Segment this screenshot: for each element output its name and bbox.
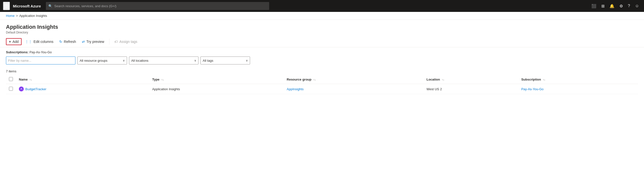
- help-icon: ?: [628, 4, 630, 8]
- settings-button[interactable]: ⚙: [618, 2, 625, 10]
- edit-columns-button[interactable]: ⋮⋮ Edit columns: [22, 38, 56, 45]
- topbar-icons: ⬛ ⊞ 🔔 ⚙ ? ☺: [590, 2, 641, 10]
- row-select-checkbox[interactable]: [9, 87, 13, 91]
- table-section: 7 items Name ↑↓ Type ↑↓ Resource group ↑…: [0, 67, 644, 94]
- subscription-sort-icon[interactable]: ↑↓: [543, 78, 545, 81]
- type-column-header[interactable]: Type ↑↓: [149, 75, 284, 84]
- assign-tags-button[interactable]: 🏷 Assign tags: [112, 38, 140, 45]
- page-subtitle: Default Directory: [6, 31, 638, 34]
- subscription-key: Subscriptions:: [6, 50, 28, 54]
- search-bar[interactable]: 🔍: [46, 2, 269, 10]
- table-header: Name ↑↓ Type ↑↓ Resource group ↑↓ Locati…: [6, 75, 638, 84]
- resource-name-container: BudgetTracker: [19, 87, 146, 91]
- cloud-shell-icon: ⬛: [592, 4, 596, 8]
- search-input[interactable]: [54, 4, 267, 8]
- cloud-shell-button[interactable]: ⬛: [590, 2, 598, 10]
- topbar: ☰ Microsoft Azure 🔍 ⬛ ⊞ 🔔 ⚙ ? ☺: [0, 0, 644, 12]
- add-button[interactable]: + Add: [6, 38, 22, 45]
- refresh-button[interactable]: ↻ Refresh: [57, 38, 78, 45]
- help-button[interactable]: ?: [626, 2, 632, 10]
- type-sort-icon[interactable]: ↑↓: [161, 78, 164, 81]
- resource-group-sort-icon[interactable]: ↑↓: [313, 78, 316, 81]
- portal-menu-icon: ⊞: [601, 4, 604, 8]
- locations-label: All locations: [131, 59, 148, 62]
- tags-label: All tags: [203, 59, 213, 62]
- refresh-icon: ↻: [59, 40, 62, 44]
- breadcrumb-current: Application Insights: [19, 14, 47, 17]
- tags-dropdown[interactable]: All tags ∨: [200, 56, 250, 64]
- assign-tags-icon: 🏷: [114, 40, 118, 44]
- select-all-header[interactable]: [6, 75, 16, 84]
- table-header-row: Name ↑↓ Type ↑↓ Resource group ↑↓ Locati…: [6, 75, 638, 84]
- add-icon: +: [9, 40, 11, 44]
- chevron-down-icon: ∨: [246, 59, 248, 62]
- resources-table: Name ↑↓ Type ↑↓ Resource group ↑↓ Locati…: [6, 75, 638, 94]
- refresh-label: Refresh: [64, 40, 76, 44]
- subscription-label: Subscriptions: Pay-As-You-Go: [6, 50, 638, 54]
- resource-groups-dropdown[interactable]: All resource groups ∨: [78, 56, 127, 64]
- filter-row: All resource groups ∨ All locations ∨ Al…: [6, 56, 638, 64]
- edit-columns-icon: ⋮⋮: [25, 40, 32, 44]
- locations-dropdown[interactable]: All locations ∨: [129, 56, 198, 64]
- notification-button[interactable]: 🔔: [608, 2, 616, 10]
- try-preview-label: Try preview: [86, 40, 104, 44]
- edit-columns-label: Edit columns: [34, 40, 53, 44]
- try-preview-button[interactable]: ⇄ Try preview: [80, 38, 107, 45]
- page-title: Application Insights: [6, 24, 638, 30]
- toolbar: + Add ⋮⋮ Edit columns ↻ Refresh ⇄ Try pr…: [0, 36, 644, 47]
- chevron-down-icon: ∨: [194, 59, 196, 62]
- account-icon: ☺: [635, 4, 639, 8]
- location-cell: West US 2: [424, 84, 518, 94]
- resource-groups-label: All resource groups: [80, 59, 108, 62]
- name-cell: BudgetTracker: [16, 84, 149, 94]
- select-all-checkbox[interactable]: [9, 77, 13, 81]
- breadcrumb-home[interactable]: Home: [6, 14, 15, 17]
- row-checkbox-cell[interactable]: [6, 84, 16, 94]
- type-cell: Application Insights: [149, 84, 284, 94]
- try-preview-icon: ⇄: [82, 40, 85, 44]
- toolbar-divider: [109, 39, 110, 45]
- items-count: 7 items: [6, 67, 638, 75]
- filter-by-name-input[interactable]: [6, 56, 76, 64]
- subscription-cell[interactable]: Pay-As-You-Go: [518, 84, 638, 94]
- location-column-header[interactable]: Location ↑↓: [424, 75, 518, 84]
- account-button[interactable]: ☺: [633, 2, 641, 10]
- resource-group-column-header[interactable]: Resource group ↑↓: [284, 75, 424, 84]
- settings-icon: ⚙: [620, 4, 623, 8]
- page-header: Application Insights Default Directory: [0, 20, 644, 36]
- filters-section: Subscriptions: Pay-As-You-Go All resourc…: [0, 47, 644, 67]
- chevron-down-icon: ∨: [123, 59, 125, 62]
- application-insights-icon: [19, 87, 24, 91]
- search-icon: 🔍: [48, 4, 52, 8]
- name-sort-icon[interactable]: ↑↓: [30, 78, 32, 81]
- subscription-column-header[interactable]: Subscription ↑↓: [518, 75, 638, 84]
- hamburger-menu-button[interactable]: ☰: [3, 2, 10, 10]
- notification-icon: 🔔: [610, 4, 614, 8]
- name-column-header[interactable]: Name ↑↓: [16, 75, 149, 84]
- resource-group-cell[interactable]: AppInsights: [284, 84, 424, 94]
- portal-menu-button[interactable]: ⊞: [599, 2, 606, 10]
- assign-tags-label: Assign tags: [119, 40, 137, 44]
- azure-logo: Microsoft Azure: [13, 4, 41, 8]
- svg-point-0: [20, 87, 23, 91]
- location-sort-icon[interactable]: ↑↓: [442, 78, 444, 81]
- breadcrumb: Home > Application Insights: [0, 12, 644, 20]
- svg-point-1: [21, 88, 22, 88]
- breadcrumb-separator: >: [16, 14, 18, 17]
- resource-name-link[interactable]: BudgetTracker: [25, 87, 46, 91]
- add-label: Add: [12, 40, 18, 44]
- table-body: BudgetTracker Application Insights AppIn…: [6, 84, 638, 94]
- table-row: BudgetTracker Application Insights AppIn…: [6, 84, 638, 94]
